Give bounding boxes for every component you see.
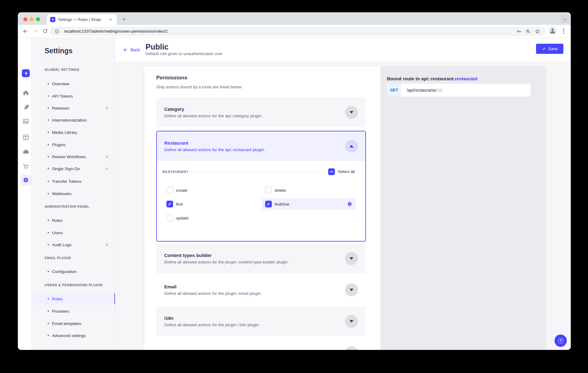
chevron-down-icon[interactable]	[345, 283, 358, 296]
delete-checkbox[interactable]	[265, 187, 272, 194]
accordion-restaurant-expanded: Restaurant Define all allowed actions fo…	[156, 131, 366, 242]
sidebar-item-audit-logs[interactable]: Audit Logs	[32, 239, 115, 250]
save-button[interactable]: Save	[536, 44, 563, 54]
chevron-down-icon[interactable]	[345, 106, 358, 119]
bullet-icon	[48, 168, 49, 169]
browser-profile-avatar[interactable]	[549, 26, 557, 34]
minimize-window-button[interactable]	[30, 17, 34, 21]
sidebar-item-label: Plugins	[52, 142, 66, 147]
accordion-description: Define all allowed actions for the plugi…	[164, 291, 262, 296]
restaurant-group-label: RESTAURANT	[162, 168, 189, 175]
route-display: GET /api/restaurants/:id	[387, 84, 530, 97]
reload-icon[interactable]	[41, 26, 50, 36]
sidebar-item-overview[interactable]: Overview	[32, 78, 115, 89]
chevron-up-icon[interactable]	[345, 140, 358, 153]
zoom-icon[interactable]	[525, 29, 531, 35]
find-checkbox[interactable]	[166, 201, 173, 207]
lightning-icon	[105, 106, 109, 111]
sidebar-item-label: Configuration	[52, 269, 77, 274]
sidebar-item-users[interactable]: Users	[32, 227, 115, 238]
save-label: Save	[548, 46, 558, 51]
bullet-icon	[48, 95, 49, 97]
sidebar-item-up-roles[interactable]: Roles	[32, 293, 115, 304]
deploy-cloud-icon[interactable]	[22, 148, 30, 155]
strapi-logo[interactable]	[22, 69, 30, 77]
check-icon	[542, 47, 546, 51]
chevron-down-icon[interactable]	[345, 315, 358, 328]
browser-tab[interactable]: Settings — Roles | Strapi	[47, 14, 117, 25]
select-all-label: Select all	[338, 168, 355, 175]
maximize-window-button[interactable]	[36, 17, 40, 21]
help-button[interactable]	[554, 335, 567, 347]
bullet-icon	[48, 119, 49, 121]
content-manager-feather-icon[interactable]	[22, 103, 30, 111]
sidebar-item-api-tokens[interactable]: API Tokens	[32, 90, 115, 102]
bullet-icon	[48, 193, 49, 194]
sidebar-item-advanced-settings[interactable]: Advanced settings	[32, 330, 115, 341]
marketplace-cart-icon[interactable]	[22, 163, 30, 170]
site-info-icon[interactable]	[54, 29, 59, 35]
sidebar-item-internationalization[interactable]: Internationalization	[32, 114, 115, 126]
tab-bar: Settings — Roles | Strapi	[18, 12, 571, 25]
permission-settings-gear-icon[interactable]	[347, 201, 352, 207]
route-path: /api/restaurants/:id	[407, 88, 442, 93]
permission-findone-selected[interactable]: findOne	[262, 198, 356, 210]
bound-route-heading-accent: .restaurant	[454, 76, 478, 81]
permissions-description: Only actions bound by a route are listed…	[156, 85, 242, 89]
findone-checkbox[interactable]	[265, 201, 272, 207]
permission-label: findOne	[275, 202, 289, 207]
password-key-icon[interactable]	[516, 29, 522, 35]
sidebar-item-single-sign-on[interactable]: Single Sign-On	[32, 163, 115, 174]
tab-search-chevron-icon[interactable]	[561, 15, 569, 23]
url-text[interactable]: localhost:1337/admin/settings/users-perm…	[64, 27, 167, 36]
sidebar-item-providers[interactable]: Providers	[32, 306, 115, 317]
update-checkbox[interactable]	[166, 215, 173, 221]
permission-find: find	[166, 198, 183, 210]
tab-title: Settings — Roles | Strapi	[58, 18, 104, 22]
bookmark-star-icon[interactable]	[535, 29, 540, 35]
sidebar-item-transfer-tokens[interactable]: Transfer Tokens	[32, 176, 115, 187]
back-link[interactable]: Back	[123, 47, 140, 52]
url-bar[interactable]: localhost:1337/admin/settings/users-perm…	[50, 27, 546, 36]
accordion-restaurant-header[interactable]: Restaurant Define all allowed actions fo…	[157, 131, 365, 161]
browser-toolbar: localhost:1337/admin/settings/users-perm…	[18, 25, 571, 38]
settings-gear-icon[interactable]	[20, 174, 31, 186]
sidebar-item-plugins[interactable]: Plugins	[32, 139, 115, 150]
accordion-upload[interactable]: Upload	[156, 338, 366, 350]
new-tab-button[interactable]	[120, 15, 128, 23]
browser-menu-icon[interactable]	[561, 26, 566, 36]
page-title: Public	[145, 42, 169, 51]
sidebar-item-label: Transfer Tokens	[52, 179, 81, 184]
permission-create: create	[166, 184, 188, 196]
sidebar-item-review-workflows[interactable]: Review Workflows	[32, 151, 115, 162]
sidebar-item-label: Review Workflows	[52, 154, 86, 159]
tab-close-icon[interactable]	[108, 17, 113, 22]
media-library-icon[interactable]	[22, 118, 30, 125]
forward-nav-icon[interactable]	[30, 26, 40, 36]
main-nav-rail: KD	[18, 38, 32, 350]
select-all-checkbox[interactable]	[328, 168, 335, 175]
close-window-button[interactable]	[23, 17, 27, 21]
accordion-category[interactable]: Category Define all allowed actions for …	[156, 98, 366, 127]
bound-route-heading: Bound route to api::restaurant.restauran…	[387, 76, 477, 81]
settings-sidebar-title: Settings	[45, 47, 73, 55]
permissions-heading: Permissions	[156, 75, 187, 81]
sidebar-item-releases[interactable]: Releases	[32, 102, 115, 114]
sidebar-item-admin-roles[interactable]: Roles	[32, 215, 115, 226]
home-icon[interactable]	[22, 89, 30, 96]
sidebar-item-email-templates[interactable]: Email templates	[32, 318, 115, 329]
back-nav-icon[interactable]	[21, 26, 30, 36]
accordion-email[interactable]: Email Define all allowed actions for the…	[156, 275, 366, 305]
sidebar-item-webhooks[interactable]: Webhooks	[32, 188, 115, 199]
bullet-icon	[48, 181, 49, 182]
route-path-base: /api/restaurants	[407, 88, 436, 93]
chevron-down-icon[interactable]	[345, 252, 358, 265]
create-checkbox[interactable]	[166, 187, 173, 194]
accordion-i18n[interactable]: i18n Define all allowed actions for the …	[156, 307, 366, 336]
accordion-content-types-builder[interactable]: Content types builder Define all allowed…	[156, 244, 366, 273]
page-header	[115, 38, 571, 62]
chevron-down-icon[interactable]	[345, 346, 358, 350]
sidebar-item-media-library[interactable]: Media Library	[32, 127, 115, 138]
content-type-builder-icon[interactable]	[22, 134, 30, 141]
sidebar-item-configuration[interactable]: Configuration	[32, 266, 115, 277]
